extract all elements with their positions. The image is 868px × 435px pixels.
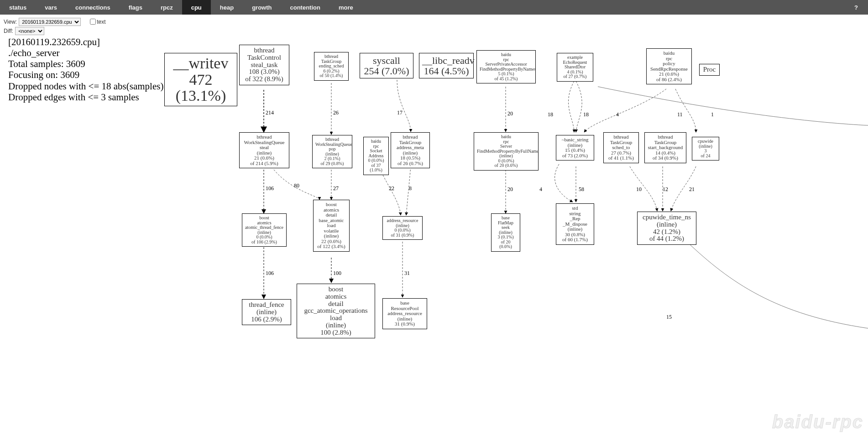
edge-18a: 18 — [548, 111, 553, 118]
edge-21: 21 — [689, 186, 695, 193]
node-proc[interactable]: Proc — [699, 64, 720, 76]
node-cpuwide-time-ns[interactable]: cpuwide_time_ns(inline)42 (1.2%)of 44 (1… — [637, 212, 696, 245]
node-steal-task[interactable]: bthreadTaskControlsteal_task108 (3.0%)of… — [239, 45, 289, 85]
summary-focus: Focusing on: 3609 — [8, 69, 163, 80]
watermark: baidu-rpc — [772, 412, 863, 432]
node-syscall[interactable]: syscall254 (7.0%) — [360, 53, 413, 78]
node-gcc-atomic-ops[interactable]: boostatomicsdetailgcc_atomic_operationsl… — [297, 284, 375, 338]
edge-18b: 18 — [583, 111, 589, 118]
node-ending-sched[interactable]: bthreadTaskGroupending_sched6 (0.2%)of 5… — [314, 52, 349, 81]
edge-20a: 20 — [507, 110, 513, 117]
nav-growth[interactable]: growth — [243, 0, 281, 15]
nav-help[interactable]: ? — [850, 0, 863, 15]
edge-100: 100 — [333, 270, 341, 277]
text-label: text — [97, 19, 105, 25]
edge-80: 80 — [294, 182, 299, 189]
nav-heap[interactable]: heap — [211, 0, 243, 15]
nav-status[interactable]: status — [0, 0, 36, 15]
edge-31: 31 — [404, 270, 410, 277]
node-writev[interactable]: __writev472 (13.1%) — [164, 53, 237, 106]
edge-4b: 4 — [539, 186, 542, 193]
diff-select[interactable]: <none> — [15, 27, 44, 35]
edge-214: 214 — [266, 109, 274, 116]
node-wsq-pop[interactable]: bthreadWorkStealingQueuepop(inline)2 (0.… — [312, 135, 352, 168]
node-resource-pool[interactable]: baseResourcePooladdress_resource(inline)… — [382, 298, 427, 329]
edge-106a: 106 — [266, 185, 274, 192]
node-wsq-steal[interactable]: bthreadWorkStealingQueuesteal(inline)21 … — [239, 132, 289, 168]
edge-1: 1 — [711, 111, 714, 118]
node-echo-request[interactable]: exampleEchoRequestSharedDtor4 (0.1%)of 2… — [557, 53, 593, 82]
controls: View: 20160119.232659.cpu text Diff: <no… — [0, 15, 868, 39]
edge-27: 27 — [333, 185, 339, 192]
text-checkbox[interactable] — [90, 19, 96, 25]
edge-15: 15 — [666, 314, 672, 321]
nav-more[interactable]: more — [329, 0, 362, 15]
view-select[interactable]: 20160119.232659.cpu — [19, 18, 81, 26]
edge-17: 17 — [397, 109, 403, 116]
node-m-dispose[interactable]: stdstring_Rep_M_dispose(inline)30 (0.8%)… — [556, 203, 594, 245]
node-thread-fence[interactable]: thread_fence(inline)106 (2.9%) — [242, 299, 291, 325]
node-address-resource[interactable]: address_resource(inline)0 (0.0%)of 31 (0… — [382, 216, 423, 240]
node-server-private-accessor[interactable]: baidurpcServerPrivateAccessorFindMethodP… — [476, 50, 536, 83]
node-socket-addr[interactable]: baidurpcSocketAddress0 (0.0%)of 37 (1.0%… — [363, 137, 389, 175]
node-start-background[interactable]: bthreadTaskGroupstart_background14 (0.4%… — [644, 132, 686, 163]
diff-label: Diff: — [4, 28, 13, 34]
node-base-atomic-load[interactable]: boostatomicsdetailbase_atomicloadvolatil… — [313, 200, 350, 252]
node-libc-readv[interactable]: __libc_readv164 (4.5%) — [419, 53, 474, 78]
nav-vars[interactable]: vars — [36, 0, 66, 15]
node-atomic-thread-fence[interactable]: boostatomicsatomic_thread_fence(inline)0… — [242, 213, 287, 247]
summary-total: Total samples: 3609 — [8, 58, 163, 69]
navbar: status vars connections flags rpcz cpu h… — [0, 0, 868, 15]
summary: [20160119.232659.cpu] ./echo_server Tota… — [8, 36, 163, 103]
summary-file: [20160119.232659.cpu] — [8, 36, 163, 47]
summary-drop-nodes: Dropped nodes with <= 18 abs(samples) — [8, 81, 163, 92]
edge-8: 8 — [409, 185, 412, 192]
nav-cpu[interactable]: cpu — [182, 0, 211, 15]
view-label: View: — [4, 19, 17, 25]
summary-binary: ./echo_server — [8, 47, 163, 58]
edge-106b: 106 — [266, 270, 274, 277]
edge-22: 22 — [389, 185, 394, 192]
nav-rpcz[interactable]: rpcz — [152, 0, 182, 15]
nav-connections[interactable]: connections — [66, 0, 120, 15]
edge-20b: 20 — [507, 186, 513, 193]
node-send-rpc[interactable]: baidurpcpolicySendRpcResponse21 (0.6%)of… — [646, 48, 692, 84]
nav-contention[interactable]: contention — [281, 0, 329, 15]
edge-11: 11 — [677, 111, 683, 118]
edge-10: 10 — [636, 186, 642, 193]
nav-flags[interactable]: flags — [120, 0, 152, 15]
node-address-meta[interactable]: bthreadTaskGroupaddress_meta(inline)18 (… — [391, 132, 430, 168]
edge-26: 26 — [333, 109, 339, 116]
node-flatmap-seek[interactable]: baseFlatMapseek(inline)3 (0.1%)of 20 (0.… — [491, 213, 520, 252]
edge-4a: 4 — [616, 111, 619, 118]
edge-58: 58 — [579, 186, 584, 193]
node-cpuwide-inline[interactable]: cpuwide(inline)3of 24 — [692, 137, 719, 161]
node-basic-string[interactable]: ~basic_string(inline)15 (0.4%)of 73 (2.0… — [556, 135, 594, 161]
edge-12: 12 — [663, 186, 668, 193]
node-sched-to[interactable]: bthreadTaskGroupsched_to27 (0.7%)of 41 (… — [603, 132, 639, 163]
node-find-method-fullname[interactable]: baidurpcServerFindMethodPropertyByFullNa… — [474, 132, 539, 171]
summary-drop-edges: Dropped edges with <= 3 samples — [8, 92, 163, 103]
